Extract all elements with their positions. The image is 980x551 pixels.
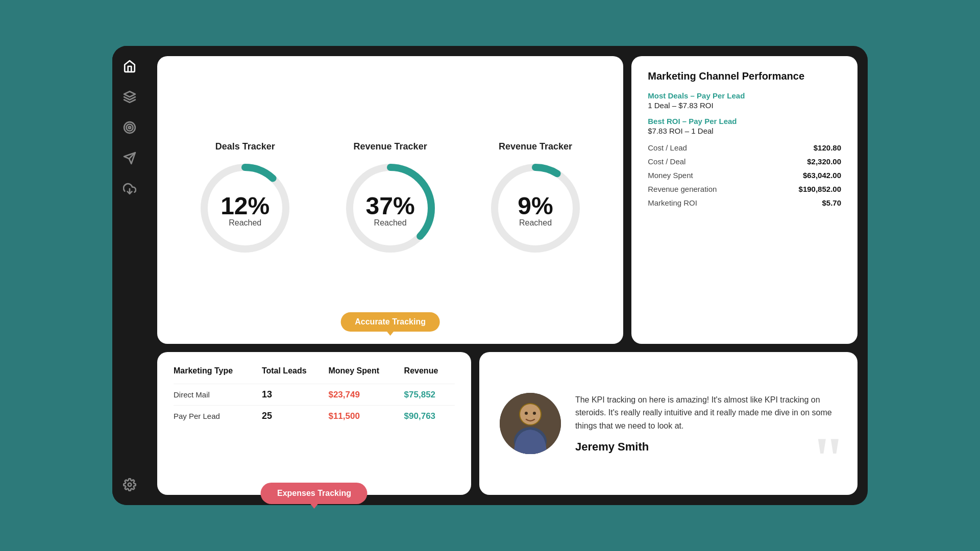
deals-gauge-container: 12% Reached xyxy=(194,157,296,259)
metric-cost-deal: Cost / Deal $2,320.00 xyxy=(648,157,841,166)
metric-money-spent-value: $63,042.00 xyxy=(803,171,841,180)
sidebar xyxy=(112,46,147,505)
col-money-spent: Money Spent xyxy=(328,366,404,384)
metric-money-spent-label: Money Spent xyxy=(648,171,693,180)
svg-point-16 xyxy=(525,412,528,415)
layers-icon[interactable] xyxy=(121,89,138,105)
trackers-gauges: Deals Tracker 12% Reached xyxy=(178,71,603,329)
svg-point-3 xyxy=(129,127,131,129)
testimonial-content: The KPI tracking on here is amazing! It'… xyxy=(575,393,837,454)
svg-marker-0 xyxy=(124,91,135,97)
col-revenue: Revenue xyxy=(404,366,455,384)
expenses-tracking-badge[interactable]: Expenses Tracking xyxy=(261,483,368,504)
metric-cost-lead-value: $120.80 xyxy=(814,143,841,152)
metric-marketing-roi: Marketing ROI $5.70 xyxy=(648,198,841,207)
row1-money: $23,749 xyxy=(328,384,404,406)
metric-money-spent: Money Spent $63,042.00 xyxy=(648,171,841,180)
most-deals-label: Most Deals – Pay Per Lead xyxy=(648,91,841,100)
row2-revenue: $90,763 xyxy=(404,406,455,427)
revenue2-percent: 9% xyxy=(518,194,553,218)
deals-label: Reached xyxy=(220,218,270,228)
svg-point-5 xyxy=(128,483,132,487)
bottom-row: Marketing Type Total Leads Money Spent R… xyxy=(157,352,857,495)
col-total-leads: Total Leads xyxy=(262,366,329,384)
metric-revenue-gen-label: Revenue generation xyxy=(648,185,717,193)
metric-cost-deal-value: $2,320.00 xyxy=(807,157,841,166)
metric-revenue-gen-value: $190,852.00 xyxy=(799,185,841,193)
revenue-tracker-1: Revenue Tracker 37% Reached xyxy=(339,141,442,259)
metric-marketing-roi-value: $5.70 xyxy=(822,198,841,207)
most-deals-value: 1 Deal – $7.83 ROI xyxy=(648,101,841,110)
revenue2-label: Reached xyxy=(518,218,553,228)
revenue-tracker-2: Revenue Tracker 9% Reached xyxy=(484,141,586,259)
metric-cost-lead-label: Cost / Lead xyxy=(648,143,687,152)
table-card: Marketing Type Total Leads Money Spent R… xyxy=(157,352,471,495)
revenue2-gauge-center: 9% Reached xyxy=(518,194,553,228)
testimonial-card: The KPI tracking on here is amazing! It'… xyxy=(479,352,857,495)
most-deals-highlight: Most Deals – Pay Per Lead 1 Deal – $7.83… xyxy=(648,91,841,110)
table-row-direct-mail: Direct Mail 13 $23,749 $75,852 xyxy=(174,384,455,406)
download-icon[interactable] xyxy=(121,181,138,197)
revenue-tracker-1-title: Revenue Tracker xyxy=(354,141,427,152)
megaphone-icon[interactable] xyxy=(121,150,138,166)
revenue1-percent: 37% xyxy=(366,194,415,218)
deals-gauge-center: 12% Reached xyxy=(220,194,270,228)
metric-cost-lead: Cost / Lead $120.80 xyxy=(648,143,841,152)
home-icon[interactable] xyxy=(121,58,138,74)
revenue2-gauge-container: 9% Reached xyxy=(484,157,586,259)
marketing-table: Marketing Type Total Leads Money Spent R… xyxy=(174,366,455,427)
row2-leads: 25 xyxy=(262,406,329,427)
metric-revenue-gen: Revenue generation $190,852.00 xyxy=(648,185,841,193)
top-row: Deals Tracker 12% Reached xyxy=(157,56,857,344)
avatar xyxy=(500,393,561,454)
revenue1-label: Reached xyxy=(366,218,415,228)
table-row-pay-per-lead: Pay Per Lead 25 $11,500 $90,763 xyxy=(174,406,455,427)
svg-point-17 xyxy=(533,412,536,415)
row1-revenue: $75,852 xyxy=(404,384,455,406)
main-content: Deals Tracker 12% Reached xyxy=(157,56,857,495)
avatar-image xyxy=(500,393,561,454)
quote-mark: " xyxy=(811,429,845,490)
testimonial-text: The KPI tracking on here is amazing! It'… xyxy=(575,393,837,433)
metric-cost-deal-label: Cost / Deal xyxy=(648,157,685,166)
row1-leads: 13 xyxy=(262,384,329,406)
col-marketing-type: Marketing Type xyxy=(174,366,262,384)
accurate-tracking-badge[interactable]: Accurate Tracking xyxy=(340,312,440,332)
revenue-tracker-2-title: Revenue Tracker xyxy=(499,141,572,152)
metric-marketing-roi-label: Marketing ROI xyxy=(648,198,697,207)
row2-type: Pay Per Lead xyxy=(174,406,262,427)
settings-icon[interactable] xyxy=(121,477,138,493)
marketing-metrics: Cost / Lead $120.80 Cost / Deal $2,320.0… xyxy=(648,143,841,207)
row2-money: $11,500 xyxy=(328,406,404,427)
best-roi-highlight: Best ROI – Pay Per Lead $7.83 ROI – 1 De… xyxy=(648,117,841,135)
dashboard-wrapper: Deals Tracker 12% Reached xyxy=(112,46,868,505)
marketing-card-title: Marketing Channel Performance xyxy=(648,70,841,82)
best-roi-value: $7.83 ROI – 1 Deal xyxy=(648,127,841,135)
testimonial-name: Jeremy Smith xyxy=(575,440,837,454)
revenue1-gauge-center: 37% Reached xyxy=(366,194,415,228)
svg-point-2 xyxy=(127,124,133,131)
trackers-card: Deals Tracker 12% Reached xyxy=(157,56,623,344)
deals-tracker-title: Deals Tracker xyxy=(215,141,275,152)
row1-type: Direct Mail xyxy=(174,384,262,406)
deals-tracker: Deals Tracker 12% Reached xyxy=(194,141,296,259)
revenue1-gauge-container: 37% Reached xyxy=(339,157,442,259)
best-roi-label: Best ROI – Pay Per Lead xyxy=(648,117,841,126)
target-icon[interactable] xyxy=(121,119,138,136)
deals-percent: 12% xyxy=(220,194,270,218)
marketing-card: Marketing Channel Performance Most Deals… xyxy=(631,56,857,344)
